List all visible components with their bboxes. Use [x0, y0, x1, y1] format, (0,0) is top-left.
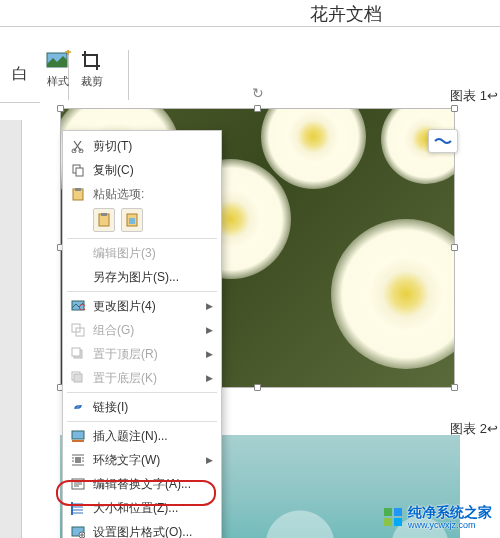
- menu-wrap-text[interactable]: 环绕文字(W)▶: [63, 448, 221, 472]
- svg-rect-18: [72, 431, 84, 439]
- paste-option-1[interactable]: [93, 208, 115, 232]
- watermark: 纯净系统之家 www.ycwxjz.com: [384, 504, 492, 530]
- ribbon-crop-label: 裁剪: [81, 74, 103, 89]
- crop-icon: [81, 50, 103, 72]
- document-title: 花卉文档: [310, 2, 382, 26]
- resize-handle[interactable]: [451, 105, 458, 112]
- watermark-url: www.ycwxjz.com: [408, 520, 492, 530]
- cut-icon: [69, 137, 87, 155]
- menu-bring-to-front: 置于顶层(R)▶: [63, 342, 221, 366]
- send-back-icon: [69, 369, 87, 387]
- change-picture-icon: [69, 297, 87, 315]
- menu-separator: [67, 392, 217, 393]
- menu-save-as-picture[interactable]: 另存为图片(S)...: [63, 265, 221, 289]
- menu-link[interactable]: 链接(I): [63, 395, 221, 419]
- vertical-ruler: [0, 120, 22, 538]
- ribbon-divider-right: [128, 50, 129, 100]
- layout-options-icon: [434, 134, 452, 148]
- resize-handle[interactable]: [254, 105, 261, 112]
- menu-copy[interactable]: 复制(C): [63, 158, 221, 182]
- menu-cut[interactable]: 剪切(T): [63, 134, 221, 158]
- ribbon-group: 样式 裁剪: [45, 50, 103, 89]
- paste-option-2[interactable]: [121, 208, 143, 232]
- format-picture-icon: [69, 523, 87, 538]
- alt-text-icon: [69, 475, 87, 493]
- layout-options-button[interactable]: [428, 129, 458, 153]
- ribbon-left-label: 白: [12, 64, 28, 85]
- bring-front-icon: [69, 345, 87, 363]
- menu-group: 组合(G)▶: [63, 318, 221, 342]
- menu-separator: [67, 291, 217, 292]
- resize-handle[interactable]: [254, 384, 261, 391]
- svg-rect-8: [101, 213, 107, 216]
- insert-caption-icon: [69, 427, 87, 445]
- ruler-line: [0, 26, 500, 27]
- chevron-right-icon: ▶: [206, 455, 213, 465]
- watermark-logo-icon: [384, 508, 402, 526]
- paste-icon: [69, 185, 87, 203]
- caption-image-1: 图表 1↩: [450, 87, 498, 105]
- wrap-text-icon: [69, 451, 87, 469]
- group-icon: [69, 321, 87, 339]
- svg-rect-19: [72, 440, 84, 442]
- menu-separator: [67, 238, 217, 239]
- clipboard-picture-icon: [125, 212, 139, 228]
- chevron-right-icon: ▶: [206, 301, 213, 311]
- menu-edit-alt-text[interactable]: 编辑替换文字(A)...: [63, 472, 221, 496]
- svg-rect-15: [72, 348, 80, 356]
- menu-edit-picture: 编辑图片(3): [63, 241, 221, 265]
- ribbon-style-label: 样式: [45, 74, 71, 89]
- resize-handle[interactable]: [451, 244, 458, 251]
- resize-handle[interactable]: [57, 105, 64, 112]
- menu-size-and-position[interactable]: 大小和位置(Z)...: [63, 496, 221, 520]
- clipboard-icon: [97, 212, 111, 228]
- svg-rect-4: [76, 168, 83, 176]
- menu-format-picture[interactable]: 设置图片格式(O)...: [63, 520, 221, 538]
- ribbon-style-button[interactable]: 样式: [45, 50, 71, 89]
- menu-paste-options-header: 粘贴选项:: [63, 182, 221, 206]
- picture-context-menu: 剪切(T) 复制(C) 粘贴选项: 编辑图片(3) 另存为图片(S)... 更改…: [62, 130, 222, 538]
- copy-icon: [69, 161, 87, 179]
- picture-style-icon: [45, 50, 71, 72]
- watermark-text: 纯净系统之家: [408, 504, 492, 520]
- menu-send-to-back: 置于底层(K)▶: [63, 366, 221, 390]
- menu-paste-options-row: [63, 206, 221, 236]
- link-icon: [69, 398, 87, 416]
- menu-insert-caption[interactable]: 插入题注(N)...: [63, 424, 221, 448]
- svg-rect-17: [74, 374, 82, 382]
- menu-change-picture[interactable]: 更改图片(4)▶: [63, 294, 221, 318]
- rotate-handle-icon[interactable]: ↻: [252, 85, 264, 101]
- svg-rect-20: [75, 457, 81, 463]
- ribbon-crop-button[interactable]: 裁剪: [81, 50, 103, 89]
- size-position-icon: [69, 499, 87, 517]
- resize-handle[interactable]: [451, 384, 458, 391]
- menu-separator: [67, 421, 217, 422]
- svg-rect-10: [129, 218, 135, 224]
- svg-rect-6: [75, 188, 81, 191]
